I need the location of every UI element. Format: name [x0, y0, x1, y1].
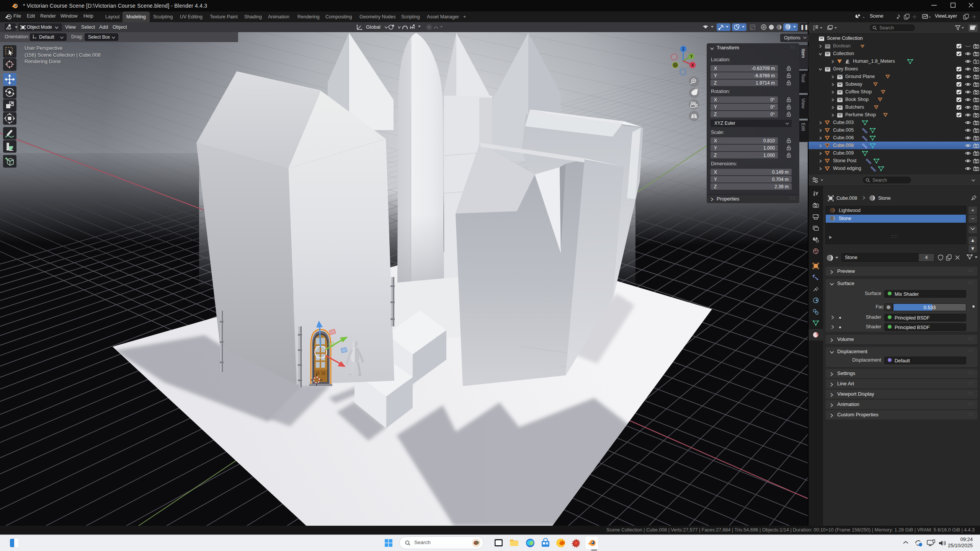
svg-text:Z: Z: [682, 47, 684, 51]
svg-text:X: X: [691, 63, 694, 67]
svg-text:Y: Y: [690, 54, 693, 59]
